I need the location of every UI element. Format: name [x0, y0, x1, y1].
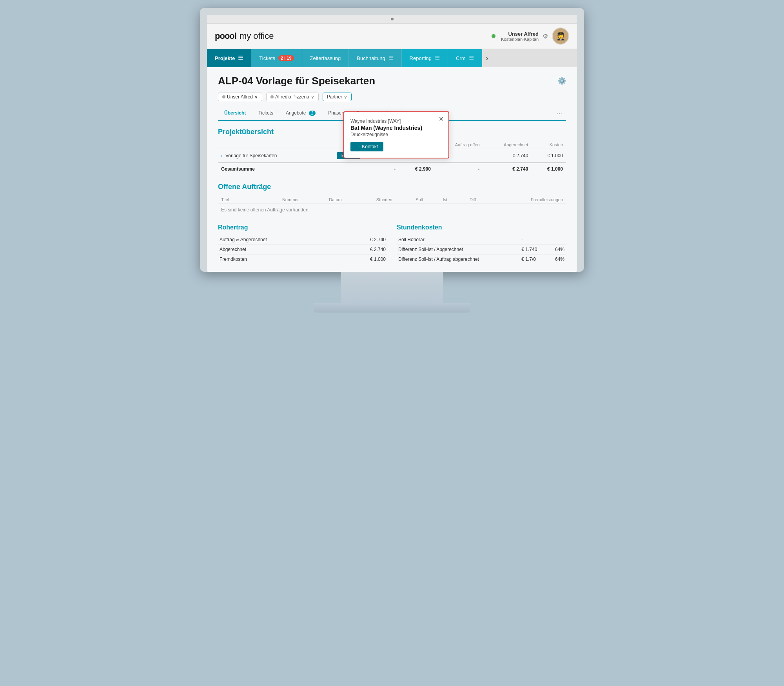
- filter-label-client: Alfredio Pizzeria: [275, 94, 309, 100]
- tab-more-icon[interactable]: ···: [553, 107, 566, 120]
- col-diff: Diff: [450, 196, 479, 204]
- row-abgerechnet: € 2.740: [483, 149, 532, 163]
- stundenkosten-value-2: € 1.7/0: [520, 255, 548, 264]
- total-kosten: € 1.000: [531, 163, 566, 175]
- col-header-kosten: Kosten: [531, 141, 566, 149]
- rohertrag-label-2: Fremdkosten: [218, 255, 341, 264]
- stundenkosten-label-1: Differenz Soll-Ist / Abgerechnet: [397, 245, 520, 255]
- rohertrag-section: Rohertrag Auftrag & Abgerechnet € 2.740 …: [218, 224, 387, 264]
- partner-label: Partner: [327, 94, 342, 100]
- monitor-screen: poool my office Unser Alfred Kostenplan-…: [207, 15, 577, 272]
- user-role: Kostenplan-Kapitän: [501, 37, 539, 42]
- stundenkosten-value-0: -: [520, 235, 548, 245]
- stundenkosten-section: Stundenkosten Soll Honorar - Differenz S…: [397, 224, 566, 264]
- rohertrag-value-1: € 2.740: [341, 245, 387, 255]
- nav-badge-tickets: 2 | 19: [278, 55, 294, 61]
- col-header-abgerechnet: Abgerechnet: [483, 141, 532, 149]
- col-datum: Datum: [302, 196, 345, 204]
- row-name-label: Vorlage für Speisekarten: [225, 153, 277, 158]
- nav-item-tickets[interactable]: Tickets 2 | 19: [251, 49, 302, 67]
- rohertrag-row-1: Abgerechnet € 2.740: [218, 245, 387, 255]
- popup-company: Wayne Industries [WAY]: [350, 118, 442, 124]
- row-kosten: € 1.000: [531, 149, 566, 163]
- filter-label-user: Unser Alfred: [227, 94, 253, 100]
- nav-label-crm: Crm: [456, 55, 466, 61]
- col-titel: Titel: [218, 196, 250, 204]
- popup-subtitle: Druckerzeugnisse: [350, 132, 442, 137]
- rohertrag-row-0: Auftrag & Abgerechnet € 2.740: [218, 235, 387, 245]
- col-fremdleistungen: Fremdleistungen: [479, 196, 566, 204]
- stundenkosten-label-0: Soll Honorar: [397, 235, 520, 245]
- tab-tickets[interactable]: Tickets: [252, 107, 279, 121]
- popup-name: Bat Man (Wayne Industries): [350, 125, 442, 131]
- filter-chip-user[interactable]: Unser Alfred ∨: [218, 93, 262, 101]
- col-header-name: [218, 141, 316, 149]
- nav-item-zeiterfassung[interactable]: Zeiterfassung: [302, 49, 349, 67]
- offene-auftrage-title: Offene Aufträge: [218, 183, 566, 191]
- col-stunden: Stunden: [345, 196, 396, 204]
- rohertrag-label-0: Auftrag & Abgerechnet: [218, 235, 341, 245]
- browser-dot: [391, 18, 394, 20]
- main-content: ALP-04 Vorlage für Speisekarten ⚙️ Unser…: [207, 67, 577, 272]
- user-info: Unser Alfred Kostenplan-Kapitän: [501, 31, 539, 42]
- total-stunden: -: [363, 163, 399, 175]
- popup-close-button[interactable]: ✕: [439, 116, 444, 122]
- filter-chip-client[interactable]: Alfredio Pizzeria ∨: [266, 93, 319, 101]
- user-name: Unser Alfred: [501, 31, 539, 37]
- nav-menu-icon-buchhaltung: ☰: [388, 55, 394, 62]
- empty-message: Es sind keine offenen Aufträge vorhanden…: [221, 204, 310, 219]
- partner-popup-card: ✕ Wayne Industries [WAY] Bat Man (Wayne …: [343, 111, 449, 158]
- stundenkosten-row-2: Differenz Soll-Ist / Auftrag abgerechnet…: [397, 255, 566, 264]
- monitor-frame: poool my office Unser Alfred Kostenplan-…: [200, 8, 584, 272]
- avatar: 🧑‍✈️: [552, 27, 569, 45]
- stundenkosten-value-1: € 1.740: [520, 245, 548, 255]
- col-nummer: Nummer: [250, 196, 302, 204]
- gear-icon[interactable]: ⚙: [543, 33, 548, 40]
- partner-dropdown[interactable]: Partner ∨: [323, 93, 352, 101]
- nav-label-reporting: Reporting: [410, 55, 432, 61]
- nav-item-projekte[interactable]: Projekte ☰: [207, 49, 251, 67]
- stundenkosten-label-2: Differenz Soll-Ist / Auftrag abgerechnet: [397, 255, 520, 264]
- total-row: Gesamtsumme - € 2.990 - € 2.740 € 1.000: [218, 163, 566, 175]
- filter-dot-user: [222, 95, 225, 98]
- col-ist: Ist: [426, 196, 450, 204]
- stundenkosten-percent-0: [548, 235, 566, 245]
- nav-item-buchhaltung[interactable]: Buchhaltung ☰: [349, 49, 401, 67]
- page-title: ALP-04 Vorlage für Speisekarten: [218, 75, 375, 87]
- popup-contact-button[interactable]: → Kontakt: [350, 142, 383, 151]
- nav-menu-icon-crm: ☰: [469, 55, 474, 62]
- page-title-row: ALP-04 Vorlage für Speisekarten ⚙️: [218, 75, 566, 87]
- header-right: Unser Alfred Kostenplan-Kapitän ⚙ 🧑‍✈️: [492, 27, 569, 45]
- nav-menu-icon-projekte: ☰: [238, 55, 243, 62]
- nav-more-button[interactable]: ›: [482, 49, 492, 67]
- nav-label-projekte: Projekte: [215, 55, 235, 61]
- total-auftrag-offen: -: [434, 163, 483, 175]
- nav-menu-icon-reporting: ☰: [435, 55, 440, 62]
- rohertrag-value-0: € 2.740: [341, 235, 387, 245]
- logo-bold: poool: [215, 31, 236, 41]
- offene-auftrage-table: Titel Nummer Datum Stunden Soll Ist Diff…: [218, 196, 566, 216]
- stundenkosten-percent-1: 64%: [548, 245, 566, 255]
- nav-label-buchhaltung: Buchhaltung: [357, 55, 385, 61]
- browser-bar: [207, 15, 577, 24]
- total-label: Gesamtsumme: [218, 163, 316, 175]
- page-settings-icon[interactable]: ⚙️: [558, 77, 566, 85]
- tab-ubersicht[interactable]: Übersicht: [218, 107, 252, 121]
- partner-chevron-icon: ∨: [344, 94, 347, 100]
- app-header: poool my office Unser Alfred Kostenplan-…: [207, 24, 577, 49]
- filter-dot-client: [270, 95, 274, 98]
- expand-icon[interactable]: ›: [221, 153, 223, 158]
- stand-neck: [341, 272, 443, 303]
- stundenkosten-row-1: Differenz Soll-Ist / Abgerechnet € 1.740…: [397, 245, 566, 255]
- stundenkosten-row-0: Soll Honorar -: [397, 235, 566, 245]
- nav-item-crm[interactable]: Crm ☰: [448, 49, 482, 67]
- rohertrag-table: Auftrag & Abgerechnet € 2.740 Abgerechne…: [218, 235, 387, 264]
- filter-bar: Unser Alfred ∨ Alfredio Pizzeria ∨ Partn…: [218, 93, 566, 101]
- nav-item-reporting[interactable]: Reporting ☰: [402, 49, 448, 67]
- tab-angebote[interactable]: Angebote 2: [279, 107, 322, 121]
- logo-area: poool my office: [215, 31, 274, 41]
- rohertrag-row-2: Fremdkosten € 1.000: [218, 255, 387, 264]
- total-status: [316, 163, 363, 175]
- nav-bar: Projekte ☰ Tickets 2 | 19 Zeiterfassung …: [207, 49, 577, 67]
- rohertrag-value-2: € 1.000: [341, 255, 387, 264]
